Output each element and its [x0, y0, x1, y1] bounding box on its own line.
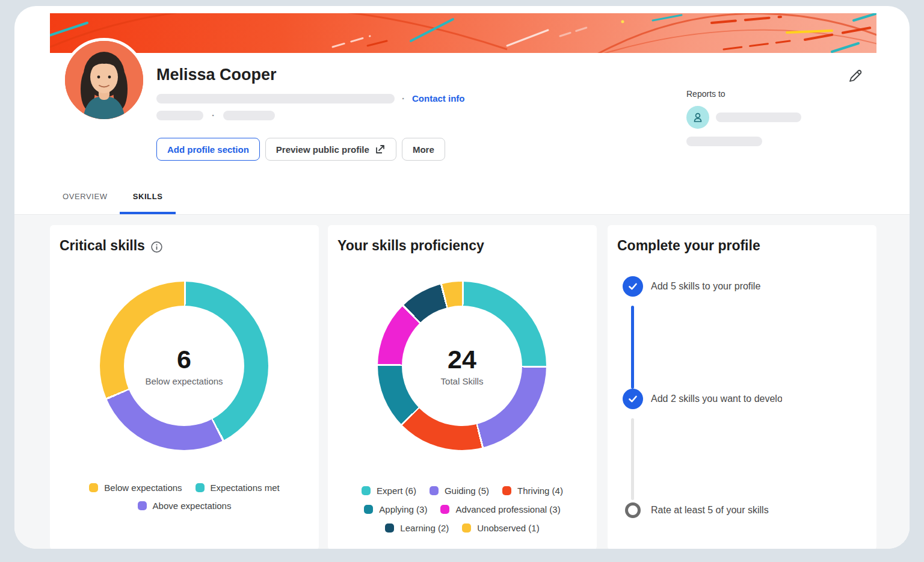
legend-swatch: [138, 501, 147, 510]
legend-swatch: [196, 483, 205, 492]
profile-photo-illustration: [65, 41, 143, 119]
legend-label: Below expectations: [104, 483, 182, 493]
tab-skills[interactable]: SKILLS: [120, 181, 176, 214]
skills-proficiency-title: Your skills proficiency: [337, 238, 484, 254]
legend-swatch: [440, 505, 449, 514]
legend-item: Expert (6): [362, 486, 416, 496]
legend-item: Advanced professional (3): [440, 504, 560, 514]
skills-proficiency-card: Your skills proficiency 24 Total Skills …: [328, 225, 597, 549]
skills-tab-content: Critical skills 6 Below expectations: [14, 214, 910, 549]
legend-swatch: [89, 483, 98, 492]
profile-photo[interactable]: [62, 38, 146, 122]
legend-swatch: [462, 523, 471, 533]
banner-decoration: [50, 13, 876, 53]
legend-swatch: [362, 486, 371, 495]
legend-label: Thriving (4): [517, 486, 563, 496]
donut-center-value: 6: [177, 345, 191, 374]
checklist-item-add-develop-skills[interactable]: Add 2 skills you want to develop: [623, 389, 782, 409]
legend-swatch: [385, 523, 394, 533]
donut-center: 24 Total Skills: [402, 306, 522, 426]
profile-actions: Add profile section Preview public profi…: [156, 138, 445, 161]
preview-public-profile-label: Preview public profile: [276, 144, 369, 155]
reports-to-label: Reports to: [686, 89, 801, 99]
legend-label: Unobserved (1): [477, 523, 539, 533]
skills-proficiency-donut-chart[interactable]: 24 Total Skills: [378, 282, 546, 450]
person-icon: [692, 111, 704, 123]
donut-center-label: Total Skills: [441, 376, 484, 386]
critical-skills-card: Critical skills 6 Below expectations: [50, 225, 319, 549]
checklist-connector: [631, 306, 634, 389]
critical-skills-legend: Below expectations Expectations met Abov…: [50, 483, 319, 511]
edit-profile-button[interactable]: [846, 68, 864, 86]
location-placeholder-bar: [223, 111, 275, 120]
legend-label: Expectations met: [211, 483, 280, 493]
checklist-connector: [631, 418, 634, 500]
external-link-icon: [375, 144, 386, 155]
legend-label: Advanced professional (3): [455, 504, 560, 514]
legend-item: Applying (3): [364, 504, 427, 514]
info-icon[interactable]: [151, 241, 162, 253]
donut-center-value: 24: [448, 345, 476, 374]
legend-swatch: [364, 505, 373, 514]
skills-proficiency-legend: Expert (6) Guiding (5) Thriving (4) Appl…: [328, 486, 597, 533]
checklist-item-add-skills[interactable]: Add 5 skills to your profile: [623, 276, 760, 297]
todo-circle-icon: [625, 502, 641, 518]
manager-name-placeholder-bar: [716, 113, 801, 122]
checklist-item-label: Add 2 skills you want to develop: [651, 389, 782, 409]
preview-public-profile-button[interactable]: Preview public profile: [265, 138, 396, 161]
legend-item: Thriving (4): [502, 486, 563, 496]
legend-item: Below expectations: [89, 483, 182, 493]
add-profile-section-button[interactable]: Add profile section: [156, 138, 260, 161]
donut-center: 6 Below expectations: [124, 306, 244, 426]
checklist-item-label: Add 5 skills to your profile: [651, 276, 760, 297]
manager-title-placeholder-bar: [686, 137, 762, 146]
location-placeholder-bar: [156, 111, 203, 120]
pencil-icon: [846, 68, 863, 85]
complete-profile-title: Complete your profile: [617, 238, 760, 254]
legend-label: Applying (3): [379, 504, 427, 514]
checkmark-icon: [623, 389, 643, 409]
tab-overview[interactable]: OVERVIEW: [63, 181, 108, 214]
manager-avatar[interactable]: [686, 106, 709, 129]
legend-item: Guiding (5): [430, 486, 489, 496]
checklist-item-rate-skills[interactable]: Rate at least 5 of your skills: [623, 500, 769, 520]
legend-item: Above expectations: [138, 501, 232, 511]
legend-swatch: [502, 486, 511, 495]
contact-info-link[interactable]: Contact info: [412, 93, 465, 103]
more-button[interactable]: More: [402, 138, 445, 161]
legend-item: Learning (2): [385, 523, 449, 533]
critical-skills-title: Critical skills: [60, 238, 145, 254]
profile-page-panel: Melissa Cooper · Contact info · Add prof…: [14, 6, 910, 549]
legend-swatch: [430, 486, 439, 495]
donut-center-label: Below expectations: [145, 376, 223, 386]
reports-to-section: Reports to: [686, 89, 801, 146]
headline-placeholder-bar: [156, 94, 395, 103]
complete-profile-card: Complete your profile Add 5 skills to yo…: [608, 225, 876, 549]
legend-item: Expectations met: [196, 483, 280, 493]
headline-row: · Contact info: [156, 93, 465, 103]
legend-label: Learning (2): [400, 523, 449, 533]
legend-label: Guiding (5): [445, 486, 489, 496]
checklist-item-label: Rate at least 5 of your skills: [651, 500, 769, 520]
legend-item: Unobserved (1): [462, 523, 539, 533]
legend-label: Above expectations: [153, 501, 232, 511]
separator-dot: ·: [402, 93, 405, 103]
separator-dot: ·: [212, 110, 215, 120]
profile-banner: [50, 13, 876, 53]
location-row: ·: [156, 110, 275, 120]
profile-name: Melissa Cooper: [156, 66, 277, 84]
checkmark-icon: [623, 276, 643, 297]
legend-label: Expert (6): [377, 486, 416, 496]
critical-skills-donut-chart[interactable]: 6 Below expectations: [100, 282, 268, 450]
profile-tabs: OVERVIEW SKILLS: [63, 181, 176, 214]
